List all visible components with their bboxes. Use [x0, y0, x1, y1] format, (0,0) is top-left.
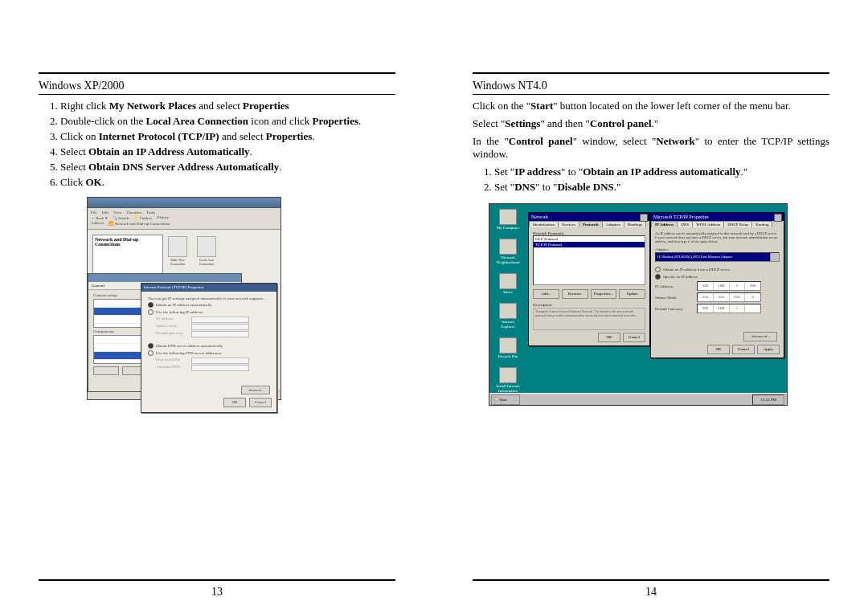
- tab-dhcp[interactable]: DHCP Relay: [723, 221, 752, 227]
- tab-adapters[interactable]: Adapters: [602, 221, 624, 227]
- ie-icon[interactable]: Internet Explorer: [494, 303, 522, 329]
- radio-use-dns[interactable]: Use the following DNS server addresses:: [148, 350, 270, 356]
- network-dialog: Network Identification Services Protocol…: [528, 212, 650, 346]
- tab-identification[interactable]: Identification: [529, 221, 559, 227]
- adapter-combobox[interactable]: [1] Realtek RTL8139(A) PCI Fast Ethernet…: [655, 252, 780, 262]
- subnet-mask-field[interactable]: Subnet Mask: 2552552550: [655, 292, 780, 302]
- ok-button[interactable]: OK: [223, 398, 246, 407]
- cancel-button[interactable]: Cancel: [249, 398, 272, 407]
- add-button[interactable]: Add...: [533, 289, 559, 299]
- heading-nt4: Windows NT4.0: [473, 80, 829, 92]
- ok-button[interactable]: OK: [598, 333, 620, 342]
- clock: 12:33 PM: [752, 394, 784, 405]
- nt-step-1: Set "IP address" to "Obtain an IP addres…: [494, 166, 829, 178]
- tcpip-properties-dialog: Internet Protocol (TCP/IP) Properties Yo…: [141, 283, 277, 413]
- footer-rule: [39, 579, 395, 581]
- steps-list-nt: Set "IP address" to "Obtain an IP addres…: [473, 166, 829, 194]
- advanced-button[interactable]: Advanced...: [241, 386, 270, 394]
- inbox-icon[interactable]: Inbox: [494, 273, 522, 295]
- rule-under: [473, 94, 829, 95]
- desktop-icons: My Computer Network Neighborhood Inbox I…: [494, 209, 522, 394]
- tab-wins[interactable]: WINS Address: [692, 221, 724, 227]
- para-1: Click on the "Start" button located on t…: [473, 100, 829, 112]
- my-computer-icon[interactable]: My Computer: [494, 209, 522, 231]
- window-titlebar: [88, 198, 280, 208]
- taskbar: 🪟 Start 12:33 PM: [489, 393, 787, 405]
- default-gateway-field[interactable]: Default Gateway: 1921681: [655, 304, 780, 313]
- tab-services[interactable]: Services: [558, 221, 579, 227]
- recycle-bin-icon[interactable]: Recycle Bin: [494, 337, 522, 359]
- cancel-button[interactable]: Cancel: [623, 333, 645, 342]
- heading-xp2000: Windows XP/2000: [39, 80, 395, 92]
- close-icon[interactable]: [640, 214, 648, 222]
- step-5: Select Obtain DNS Server Address Automat…: [60, 161, 395, 174]
- iis-setup-icon[interactable]: Install Internet Information: [494, 367, 522, 394]
- update-button[interactable]: Update: [619, 289, 645, 299]
- network-neighborhood-icon[interactable]: Network Neighborhood: [494, 239, 522, 265]
- page-number: 14: [434, 586, 868, 599]
- radio-specify-ip[interactable]: Specify an IP address: [655, 274, 780, 280]
- ip-address-field[interactable]: IP Address: 1921681200: [655, 281, 780, 291]
- rule-under: [39, 94, 395, 95]
- list-item[interactable]: OLC Protocol: [534, 236, 645, 242]
- local-area-connection-icon[interactable]: Local Area Connection: [197, 236, 216, 257]
- steps-list: Right click My Network Places and select…: [39, 100, 395, 189]
- radio-obtain-ip[interactable]: Obtain an IP address automatically: [148, 302, 270, 308]
- radio-dhcp[interactable]: Obtain an IP address from a DHCP server: [655, 267, 780, 272]
- explorer-toolbar: FileEditViewFavoritesTools ← Back ▾🔍 Sea…: [88, 208, 280, 230]
- advanced-button[interactable]: Advanced...: [743, 332, 777, 341]
- cancel-button[interactable]: Cancel: [732, 345, 755, 354]
- para-2: Select "Settings" and then "Control pane…: [473, 117, 829, 130]
- page-left: Windows XP/2000 Right click My Network P…: [0, 0, 434, 613]
- tcpip-properties-dialog: Microsoft TCP/IP Properties IP Address D…: [650, 212, 784, 358]
- radio-obtain-dns[interactable]: Obtain DNS server address automatically: [148, 343, 270, 349]
- tab-dns[interactable]: DNS: [677, 221, 693, 227]
- ok-button[interactable]: OK: [707, 345, 730, 354]
- tab-bindings[interactable]: Bindings: [624, 221, 646, 227]
- screenshot-nt4: My Computer Network Neighborhood Inbox I…: [489, 203, 788, 406]
- protocols-listbox[interactable]: OLC Protocol TCP/IP Protocol: [533, 235, 645, 285]
- dialog-title: Microsoft TCP/IP Properties: [653, 215, 709, 219]
- description-text: Transport Control Protocol/Internet Prot…: [533, 308, 645, 330]
- pane-title: Network and Dial-up Connections: [93, 235, 162, 248]
- tab-ipaddress[interactable]: IP Address: [651, 221, 678, 227]
- dialog-title: Network: [531, 215, 548, 219]
- page-spread: Windows XP/2000 Right click My Network P…: [0, 0, 868, 613]
- start-button[interactable]: 🪟 Start: [491, 394, 520, 405]
- para-3: In the "Control panel" window, select "N…: [473, 135, 829, 161]
- dialog-title: Internet Protocol (TCP/IP) Properties: [141, 284, 276, 292]
- step-6: Click OK.: [60, 176, 395, 189]
- rule-top: [473, 72, 829, 74]
- rule-top: [39, 72, 395, 74]
- page-number: 13: [0, 586, 434, 599]
- remove-button[interactable]: Remove: [562, 289, 588, 299]
- step-3: Click on Internet Protocol (TCP/IP) and …: [60, 130, 395, 143]
- step-2: Double-click on the Local Area Connectio…: [60, 115, 395, 128]
- footer-rule: [473, 579, 829, 581]
- properties-button[interactable]: Properties...: [591, 289, 617, 299]
- adapter-label: Adapter:: [655, 247, 780, 251]
- tab-protocols[interactable]: Protocols: [579, 221, 603, 227]
- description-label: Description:: [533, 303, 645, 307]
- make-new-connection-icon[interactable]: Make New Connection: [168, 236, 187, 257]
- step-1: Right click My Network Places and select…: [60, 100, 395, 112]
- list-item[interactable]: TCP/IP Protocol: [534, 242, 645, 247]
- close-icon[interactable]: [774, 214, 782, 222]
- radio-use-ip[interactable]: Use the following IP address:: [148, 309, 270, 315]
- apply-button[interactable]: Apply: [757, 345, 780, 354]
- step-4: Select Obtain an IP Address Automaticall…: [60, 145, 395, 158]
- nt-step-2: Set "DNS" to "Disable DNS.": [494, 181, 829, 194]
- screenshot-xp: FileEditViewFavoritesTools ← Back ▾🔍 Sea…: [87, 197, 281, 400]
- chevron-down-icon[interactable]: [770, 253, 779, 261]
- tab-routing[interactable]: Routing: [751, 221, 772, 227]
- page-right: Windows NT4.0 Click on the "Start" butto…: [434, 0, 868, 613]
- info-text: An IP address can be automatically assig…: [655, 231, 780, 243]
